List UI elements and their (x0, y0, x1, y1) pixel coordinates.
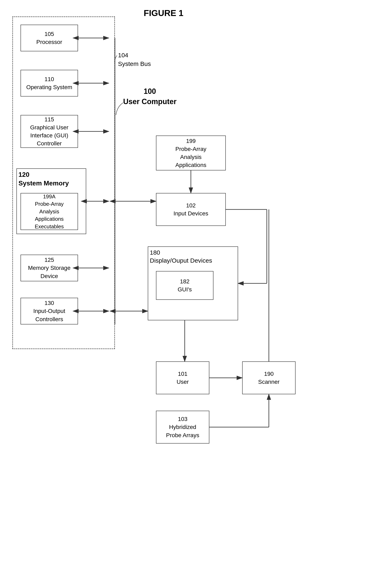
box-102: 102 Input Devices (156, 193, 226, 226)
diagram-container: FIGURE 1 104 System Bus 100 User Compute… (0, 0, 392, 584)
box-125: 125 Memory StorageDevice (20, 255, 78, 281)
box-115: 115 Graphical UserInterface (GUI)Control… (20, 115, 78, 148)
figure-title: FIGURE 1 (144, 8, 184, 18)
box-199a: 199A Probe-ArrayAnalysisApplicationsExec… (20, 193, 78, 230)
box-103: 103 HybridizedProbe Arrays (156, 411, 209, 443)
system-bus-label: 104 System Bus (118, 51, 151, 68)
box-110: 110 Operating System (20, 70, 78, 97)
user-computer-label: 100 User Computer (123, 86, 176, 107)
box-120-label: 120 System Memory (18, 170, 69, 188)
box-180-label: 180 Display/Ouput Devices (150, 248, 212, 264)
box-130: 130 Input-OutputControllers (20, 298, 78, 324)
box-105: 105 Processor (20, 25, 78, 51)
box-101: 101 User (156, 361, 209, 394)
box-182: 182 GUI's (156, 271, 214, 300)
box-199: 199 Probe-ArrayAnalysisApplications (156, 136, 226, 170)
box-190: 190 Scanner (242, 361, 296, 394)
